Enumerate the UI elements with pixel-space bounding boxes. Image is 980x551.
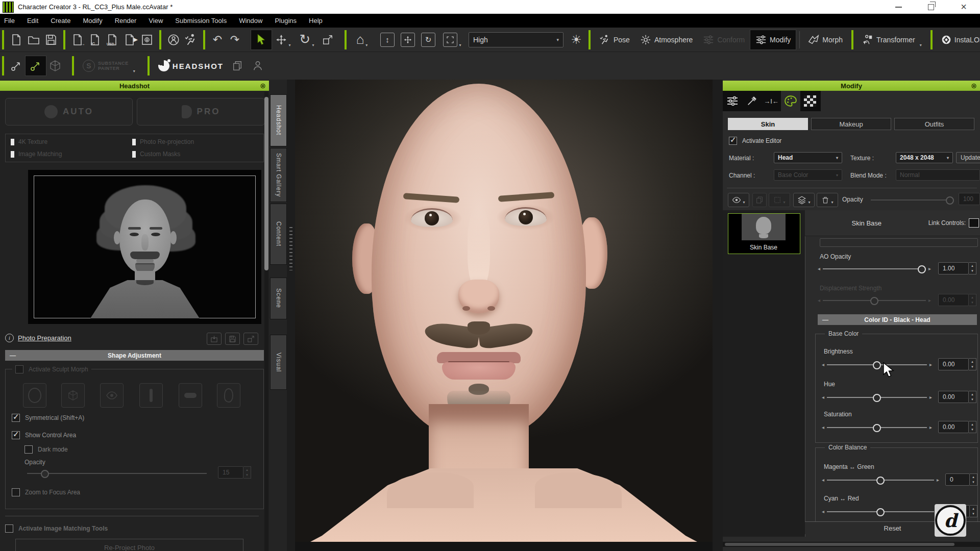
spin-up-icon[interactable]: ▲ [971,360,974,363]
slider-knob[interactable] [873,394,881,402]
show-control-area-checkbox[interactable] [12,431,20,439]
ao-opacity-spinner[interactable]: ▲ ▼ [969,262,976,274]
minimize-button[interactable] [882,0,915,14]
restore-button[interactable] [915,0,947,14]
layer-delete-button[interactable]: ▾ [817,193,838,207]
atmosphere-button[interactable]: Atmosphere [635,30,698,49]
cyan-red-slider[interactable]: ◂ ▸ [822,508,939,516]
viewport[interactable] [295,80,713,551]
menu-modify[interactable]: Modify [83,17,102,24]
activate-image-matching-checkbox[interactable] [5,524,13,533]
export-usd-button[interactable]: USD [104,30,121,49]
texture-select[interactable]: 2048 x 2048 ▾ [896,152,953,163]
slider-left-icon[interactable]: ◂ [822,478,824,483]
select-tool-button[interactable] [251,30,272,50]
layer-strength-field[interactable] [820,238,978,247]
tab-skin[interactable]: Skin [728,118,808,130]
brightness-spinner[interactable]: ▲ ▼ [969,358,976,370]
symmetrical-checkbox[interactable] [12,414,20,422]
import-ic-button[interactable]: IC [86,30,104,49]
tab-texture[interactable] [800,91,820,111]
load-preset-button[interactable] [207,333,222,345]
cyan-red-spinner[interactable]: ▲ ▼ [970,505,977,517]
dark-mode-checkbox[interactable] [24,445,33,454]
hidden-mesh-button[interactable] [46,56,64,76]
saturation-spinner[interactable]: ▲ ▼ [969,421,976,433]
menu-window[interactable]: Window [239,17,262,24]
left-panel-scrollbar-thumb[interactable] [264,97,268,270]
hue-value[interactable]: 0.00 [938,391,969,403]
brightness-slider[interactable]: ◂ ▸ [822,361,932,369]
magenta-green-spinner[interactable]: ▲ ▼ [970,473,977,486]
headshot-mask-button[interactable] [249,56,266,76]
new-project-button[interactable] [8,30,25,49]
edit-proportion-button[interactable] [8,56,25,76]
slider-left-icon[interactable]: ◂ [822,425,824,430]
animation-button[interactable] [182,30,200,49]
slider-left-icon[interactable]: ◂ [822,362,824,367]
slider-knob[interactable] [41,470,49,478]
spin-down-icon[interactable]: ▼ [971,398,974,401]
open-project-button[interactable] [25,30,42,49]
headshot-doc-button[interactable] [229,56,246,76]
slider-knob[interactable] [876,477,885,485]
save-project-button[interactable] [42,30,60,49]
panel-close-icon[interactable]: ⊗ [971,82,977,90]
spin-up-icon[interactable]: ▲ [246,468,249,471]
slider-right-icon[interactable]: ▸ [937,478,939,483]
activate-editor-checkbox[interactable] [729,137,737,145]
lighting-button[interactable]: ☀ [568,30,585,49]
slider-left-icon[interactable]: ◂ [822,509,824,514]
home-camera-button[interactable]: ⌂ ▾ [350,30,374,49]
spin-down-icon[interactable]: ▼ [971,428,974,431]
panel-close-icon[interactable]: ⊗ [260,82,266,90]
link-controls-icon[interactable] [969,218,979,228]
tab-makeup[interactable]: Makeup [811,118,891,130]
tab-proportion[interactable]: →I← [762,91,781,111]
pose-button[interactable]: Pose [594,30,635,49]
spin-up-icon[interactable]: ▲ [971,393,974,396]
orbit-camera-button[interactable]: ↻ [420,30,437,49]
panel-resize-handle[interactable] [289,227,292,270]
menu-edit[interactable]: Edit [27,17,38,24]
pan-vertical-button[interactable]: ↕ [379,30,396,49]
slider-knob[interactable] [873,424,881,432]
slider-knob[interactable] [873,361,881,369]
menu-render[interactable]: Render [115,17,137,24]
render-quality-select[interactable]: High ▾ [469,32,564,47]
tab-adjust[interactable] [742,91,762,111]
color-id-header[interactable]: — Color ID - Black - Head [818,314,977,325]
update-button[interactable]: Update [956,152,980,163]
menu-plugins[interactable]: Plugins [275,17,297,24]
spin-up-icon[interactable]: ▲ [972,475,975,479]
headshot-button[interactable]: HEADSHOT [153,56,229,76]
edit-mesh-button[interactable] [25,56,46,76]
tab-appearance[interactable] [781,91,800,111]
spin-down-icon[interactable]: ▼ [971,269,974,272]
right-panel-hscrollbar[interactable] [723,542,980,547]
slider-right-icon[interactable]: ▸ [929,395,932,400]
tab-outfits[interactable]: Outfits [894,118,974,130]
control-opacity-slider[interactable] [24,469,209,478]
right-panel-hscrollbar-thumb[interactable] [725,543,954,546]
menu-create[interactable]: Create [51,17,70,24]
material-select[interactable]: Head ▾ [774,152,842,163]
photo-preparation-link[interactable]: Photo Preparation [18,334,71,342]
menu-submission-tools[interactable]: Submission Tools [175,17,227,24]
rotate-tool-button[interactable]: ↻ ▾ [295,30,319,49]
spin-down-icon[interactable]: ▼ [972,512,975,515]
pan-camera-button[interactable] [399,30,416,49]
slider-right-icon[interactable]: ▸ [929,425,932,430]
undo-button[interactable]: ↶ [209,30,226,49]
layer-merge-button[interactable]: ▾ [793,193,815,207]
export-button[interactable]: ▶ [121,30,138,49]
saturation-slider[interactable]: ◂ ▸ [822,423,932,432]
close-button[interactable]: × [947,0,980,14]
tab-content[interactable]: Content [270,204,287,265]
activate-sculpt-morph-checkbox[interactable] [15,365,23,373]
pack-project-button[interactable] [138,30,156,49]
tab-visual[interactable]: Visual [270,335,287,390]
tab-attributes[interactable] [723,91,742,111]
spin-up-icon[interactable]: ▲ [971,264,974,267]
save-preset-button[interactable] [225,333,240,345]
